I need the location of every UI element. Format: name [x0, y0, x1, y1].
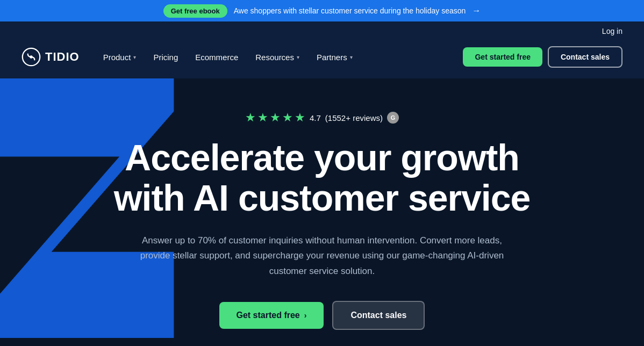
nav-item-partners[interactable]: Partners ▾ — [309, 48, 360, 66]
hero-title: Accelerate your growth with AI customer … — [114, 138, 531, 218]
rating-count: (1552+ reviews) — [325, 113, 383, 122]
chevron-down-icon: ▾ — [133, 54, 136, 60]
nav-label-partners: Partners — [317, 53, 347, 62]
logo-icon — [22, 47, 41, 67]
contact-sales-nav-button[interactable]: Contact sales — [548, 46, 622, 68]
nav-label-resources: Resources — [255, 53, 294, 62]
hero-section: ★ ★ ★ ★ ★ 4.7 (1552+ reviews) G Accelera… — [0, 78, 644, 346]
star-rating: ★ ★ ★ ★ ★ — [245, 111, 305, 125]
logo[interactable]: TIDIO — [22, 47, 80, 67]
hero-subtitle: Answer up to 70% of customer inquiries w… — [139, 233, 505, 280]
nav-label-pricing: Pricing — [153, 53, 178, 62]
main-nav: Product ▾ Pricing Ecommerce Resources ▾ … — [96, 48, 458, 66]
login-link[interactable]: Log in — [602, 27, 622, 35]
get-started-hero-button[interactable]: Get started free › — [219, 302, 324, 329]
nav-item-pricing[interactable]: Pricing — [146, 48, 185, 66]
nav-actions: Get started free Contact sales — [463, 46, 622, 68]
star-3: ★ — [270, 111, 281, 125]
hero-title-line1: Accelerate your growth — [125, 137, 519, 178]
hero-buttons: Get started free › Contact sales — [114, 301, 531, 330]
star-1: ★ — [245, 111, 256, 125]
capterra-icon: G — [387, 112, 399, 124]
hero-content: ★ ★ ★ ★ ★ 4.7 (1552+ reviews) G Accelera… — [114, 111, 531, 330]
header-top: Log in — [22, 21, 622, 38]
rating-row: ★ ★ ★ ★ ★ 4.7 (1552+ reviews) G — [114, 111, 531, 125]
banner-text: Awe shoppers with stellar customer servi… — [234, 6, 466, 15]
svg-point-1 — [30, 55, 32, 58]
chevron-down-icon: ▾ — [297, 54, 299, 60]
nav-label-product: Product — [103, 53, 131, 62]
nav-item-product[interactable]: Product ▾ — [96, 48, 144, 66]
hero-title-line2: with AI customer service — [114, 177, 531, 218]
ebook-button[interactable]: Get free ebook — [163, 4, 227, 18]
nav-label-ecommerce: Ecommerce — [195, 53, 238, 62]
get-started-hero-label: Get started free — [237, 311, 300, 320]
nav-item-ecommerce[interactable]: Ecommerce — [188, 48, 246, 66]
chevron-down-icon: ▾ — [350, 54, 353, 60]
banner-arrow-icon: → — [472, 6, 481, 16]
header-main: TIDIO Product ▾ Pricing Ecommerce Resour… — [22, 38, 622, 78]
star-2: ★ — [257, 111, 268, 125]
star-4: ★ — [282, 111, 293, 125]
get-started-nav-button[interactable]: Get started free — [463, 47, 542, 67]
rating-value: 4.7 — [310, 113, 321, 122]
header: Log in TIDIO Product ▾ Pricing Ecommerce… — [0, 21, 644, 78]
arrow-icon: › — [304, 311, 307, 320]
star-5: ★ — [295, 111, 305, 125]
top-banner: Get free ebook Awe shoppers with stellar… — [0, 0, 644, 21]
contact-sales-hero-button[interactable]: Contact sales — [332, 301, 425, 330]
nav-item-resources[interactable]: Resources ▾ — [248, 48, 307, 66]
logo-text: TIDIO — [45, 50, 80, 64]
